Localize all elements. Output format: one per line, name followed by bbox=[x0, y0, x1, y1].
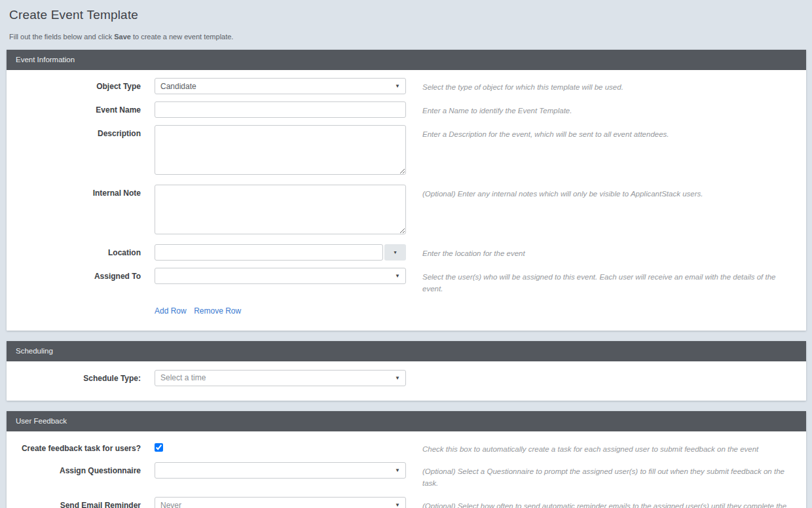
chevron-down-icon: ▼ bbox=[395, 375, 400, 381]
location-dropdown-button[interactable]: ▾ bbox=[384, 244, 406, 261]
assign-questionnaire-row: Assign Questionnaire ▼ (Optional) Select… bbox=[7, 462, 806, 490]
create-feedback-task-checkbox[interactable] bbox=[155, 443, 163, 452]
schedule-type-selected-value: Select a time bbox=[160, 373, 391, 382]
location-input[interactable] bbox=[155, 244, 383, 261]
internal-note-textarea[interactable] bbox=[155, 185, 406, 234]
chevron-down-icon: ▼ bbox=[395, 273, 400, 279]
object-type-help: Select the type of object for which this… bbox=[422, 78, 793, 94]
create-feedback-task-row: Create feedback task for users? Check th… bbox=[7, 440, 806, 456]
subtitle-prefix: Fill out the fields below and click bbox=[9, 33, 114, 41]
schedule-type-select[interactable]: Select a time ▼ bbox=[155, 370, 406, 386]
internal-note-label: Internal Note bbox=[16, 185, 141, 198]
object-type-selected-value: Candidate bbox=[160, 82, 391, 91]
event-information-header: Event Information bbox=[7, 50, 806, 70]
scheduling-body: Schedule Type: Select a time ▼ bbox=[7, 361, 806, 401]
scheduling-header: Scheduling bbox=[7, 341, 806, 361]
assigned-to-select[interactable]: ▼ bbox=[155, 268, 406, 284]
assign-questionnaire-select[interactable]: ▼ bbox=[155, 462, 406, 479]
object-type-row: Object Type Candidate ▼ Select the type … bbox=[7, 78, 806, 94]
description-row: Description Enter a Description for the … bbox=[7, 125, 806, 177]
location-row: Location ▾ Enter the location for the ev… bbox=[7, 244, 806, 261]
send-email-reminder-row: Send Email Reminder Never ▼ (Optional) S… bbox=[7, 497, 806, 508]
location-label: Location bbox=[16, 244, 141, 257]
user-feedback-header: User Feedback bbox=[7, 411, 806, 431]
create-event-template-page: Create Event Template Fill out the field… bbox=[0, 0, 812, 508]
event-information-panel: Event Information Object Type Candidate … bbox=[7, 50, 806, 331]
scheduling-panel: Scheduling Schedule Type: Select a time … bbox=[7, 341, 806, 401]
add-row-link[interactable]: Add Row bbox=[155, 306, 187, 316]
user-feedback-panel: User Feedback Create feedback task for u… bbox=[7, 411, 806, 508]
send-email-reminder-selected-value: Never bbox=[160, 501, 391, 508]
page-title: Create Event Template bbox=[9, 8, 806, 22]
description-help: Enter a Description for the event, which… bbox=[422, 125, 793, 141]
event-information-body: Object Type Candidate ▼ Select the type … bbox=[7, 70, 806, 331]
schedule-type-help bbox=[422, 370, 793, 374]
internal-note-row: Internal Note (Optional) Enter any inter… bbox=[7, 185, 806, 237]
chevron-down-icon: ▼ bbox=[395, 467, 400, 473]
chevron-down-icon: ▾ bbox=[394, 249, 396, 255]
remove-row-link[interactable]: Remove Row bbox=[194, 306, 241, 316]
chevron-down-icon: ▼ bbox=[395, 83, 400, 89]
schedule-type-row: Schedule Type: Select a time ▼ bbox=[7, 370, 806, 386]
send-email-reminder-select[interactable]: Never ▼ bbox=[155, 497, 406, 508]
event-name-input[interactable] bbox=[155, 101, 406, 118]
user-feedback-body: Create feedback task for users? Check th… bbox=[7, 431, 806, 508]
page-subtitle: Fill out the fields below and click Save… bbox=[9, 33, 806, 41]
subtitle-save-word: Save bbox=[114, 33, 131, 41]
chevron-down-icon: ▼ bbox=[395, 502, 400, 508]
event-name-label: Event Name bbox=[16, 101, 141, 115]
create-feedback-task-label: Create feedback task for users? bbox=[16, 440, 141, 453]
assign-questionnaire-label: Assign Questionnaire bbox=[16, 462, 141, 475]
assigned-to-row: Assigned To ▼ Select the user(s) who wil… bbox=[7, 268, 806, 295]
create-feedback-task-help: Check this box to automatically create a… bbox=[422, 440, 793, 456]
event-name-row: Event Name Enter a Name to identify the … bbox=[7, 101, 806, 118]
subtitle-suffix: to create a new event template. bbox=[131, 33, 234, 41]
description-textarea[interactable] bbox=[155, 125, 406, 175]
description-label: Description bbox=[16, 125, 141, 138]
object-type-select[interactable]: Candidate ▼ bbox=[155, 78, 406, 94]
object-type-label: Object Type bbox=[16, 78, 141, 91]
internal-note-help: (Optional) Enter any internal notes whic… bbox=[422, 185, 793, 200]
schedule-type-label: Schedule Type: bbox=[16, 370, 141, 383]
row-actions: Add Row Remove Row bbox=[7, 304, 806, 316]
assign-questionnaire-help: (Optional) Select a Questionnaire to pro… bbox=[422, 462, 793, 490]
location-help: Enter the location for the event bbox=[422, 244, 793, 260]
send-email-reminder-help: (Optional) Select how often to send auto… bbox=[422, 497, 793, 508]
event-name-help: Enter a Name to identify the Event Templ… bbox=[422, 101, 793, 117]
assigned-to-label: Assigned To bbox=[16, 268, 141, 281]
assigned-to-help: Select the user(s) who will be assigned … bbox=[422, 268, 793, 295]
send-email-reminder-label: Send Email Reminder bbox=[16, 497, 141, 508]
